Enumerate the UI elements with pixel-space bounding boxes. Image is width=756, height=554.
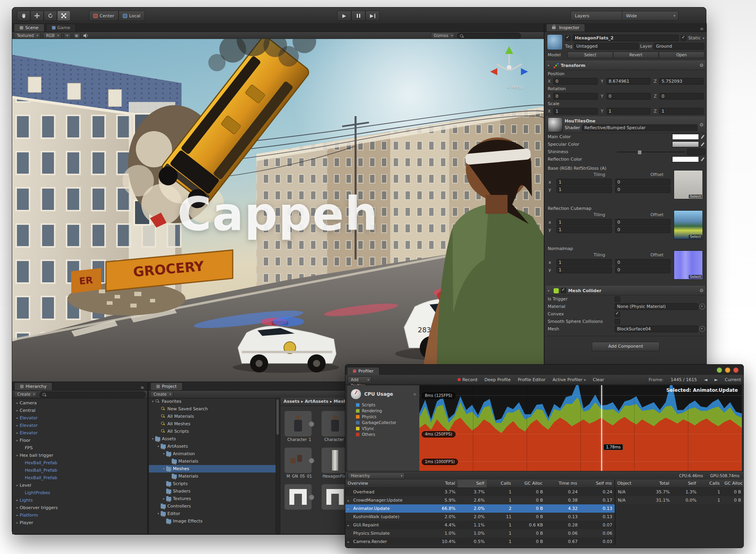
project-tree-item[interactable]: All Materials [149, 413, 276, 420]
map-thumbnail[interactable]: Select [674, 170, 703, 199]
cpu-usage-card[interactable]: CPU Usage × Scripts Rendering [347, 385, 420, 472]
project-tree-item[interactable]: ▾ Assets [149, 435, 276, 443]
project-tree-item[interactable]: All Meshes [149, 420, 276, 428]
hierarchy-create-dropdown[interactable]: Create [14, 391, 37, 398]
object-table-row[interactable]: N/A 31.1% 0.0% 1 0 B [615, 496, 743, 504]
shader-dropdown[interactable]: Reflective/Bumped Specular [582, 124, 697, 131]
static-checkbox[interactable] [681, 35, 686, 41]
layer-dropdown[interactable]: Ground [654, 43, 704, 50]
foldout-arrow-icon[interactable]: ▾ [548, 64, 552, 67]
rotation-y-field[interactable]: 0 [606, 93, 651, 100]
reflection-color-swatch[interactable] [672, 156, 699, 162]
physic-material-field[interactable]: None (Physic Material) [615, 303, 698, 310]
hierarchy-item[interactable]: ▸ Platform [13, 511, 147, 519]
col-total[interactable]: Total [428, 480, 458, 487]
gear-icon[interactable]: ⚙ [699, 63, 704, 68]
shininess-slider[interactable] [617, 152, 685, 152]
move-tool-button[interactable] [30, 11, 44, 21]
table-row[interactable]: Physics.Simulate 1.0% 1.0% 1 0 B 0.06 0.… [345, 529, 615, 537]
zoom-button[interactable] [725, 367, 730, 373]
map-thumbnail[interactable]: Select [674, 250, 703, 280]
close-button[interactable] [733, 367, 739, 373]
position-z-field[interactable]: 5.752093 [659, 78, 704, 85]
asset-thumbnail[interactable] [284, 447, 312, 473]
foldout-arrow-icon[interactable]: ▸ [15, 511, 20, 519]
project-tree-item[interactable]: Shaders [149, 487, 276, 495]
foldout-arrow-icon[interactable]: ▾ [548, 289, 552, 293]
tab-inspector[interactable]: Inspector [546, 24, 585, 31]
audio-toggle[interactable] [83, 33, 89, 39]
active-checkbox[interactable] [565, 35, 571, 41]
position-x-field[interactable]: 0 [553, 78, 598, 85]
col-gc-alloc[interactable]: GC Alloc [513, 480, 545, 487]
pivot-local-button[interactable]: Local [119, 11, 145, 21]
tab-project[interactable]: Project [150, 382, 183, 390]
asset-open-icon[interactable] [309, 458, 314, 463]
map-select-button[interactable]: Select [689, 275, 702, 279]
scene-viewport[interactable]: GROCERY ER [12, 39, 544, 382]
asset-item[interactable] [284, 484, 316, 511]
project-tree-item[interactable]: ▾ Meshes [149, 465, 276, 472]
asset-open-icon[interactable] [309, 421, 314, 427]
tag-dropdown[interactable]: Untagged [574, 43, 639, 50]
col-self-ms[interactable]: Self ms [580, 480, 614, 487]
prev-frame-button[interactable]: ◄ [700, 377, 711, 382]
hierarchy-item[interactable]: ▸ Central [13, 407, 147, 414]
foldout-arrow-icon[interactable]: ▸ [15, 437, 20, 444]
foldout-arrow-icon[interactable]: ▸ [15, 399, 20, 407]
eyedropper-icon[interactable] [700, 157, 705, 162]
specular-color-swatch[interactable] [672, 141, 699, 147]
hierarchy-item[interactable]: FPS [13, 444, 147, 452]
project-tree-item[interactable]: Image Effects [149, 517, 276, 525]
project-tree-item[interactable]: ▾ Favorites [149, 398, 276, 405]
foldout-arrow-icon[interactable]: ▸ [15, 407, 20, 414]
deep-profile-toggle[interactable]: Deep Profile [481, 377, 514, 382]
shininess-field[interactable] [687, 148, 705, 155]
table-row[interactable]: ▸Camera.Render 10.4% 0.5% 1 0 B 0.67 0.0… [345, 537, 615, 545]
foldout-arrow-icon[interactable]: ▾ [161, 465, 166, 472]
object-picker-icon[interactable] [699, 304, 705, 309]
hierarchy-search-input[interactable] [39, 391, 146, 398]
foldout-arrow-icon[interactable]: ▾ [161, 450, 166, 458]
lock-icon[interactable] [552, 26, 556, 29]
record-toggle[interactable]: Record [454, 377, 481, 382]
profile-editor-toggle[interactable]: Profile Editor [514, 377, 549, 382]
main-color-swatch[interactable] [672, 134, 699, 140]
persp-label[interactable]: < Persp [506, 85, 523, 90]
frame-cursor[interactable] [601, 385, 602, 471]
legend-item[interactable]: VSync [347, 426, 420, 432]
project-tree-item[interactable]: ▾ Editor [149, 510, 276, 517]
foldout-arrow-icon[interactable]: ▸ [15, 429, 20, 437]
object-picker-icon[interactable] [699, 326, 705, 332]
table-row[interactable]: ▸GUI.Repaint 4.4% 1.1% 1 0.6 KB 0.28 0.0… [345, 521, 615, 529]
tab-scene[interactable]: Scene [14, 24, 44, 31]
offset-y-field[interactable]: 0 [615, 267, 671, 273]
legend-item[interactable]: GarbageCollector [347, 420, 420, 426]
tab-game[interactable]: Game [46, 24, 76, 31]
hierarchy-item[interactable]: ▸ Elevator [13, 429, 147, 437]
hierarchy-item[interactable]: LightProbes [13, 489, 147, 497]
gear-icon[interactable]: ⚙ [699, 288, 704, 293]
col-object-gc[interactable]: GC Alloc [722, 480, 743, 487]
asset-thumbnail[interactable] [284, 411, 312, 437]
hierarchy-item[interactable]: HexBall_Prefab [13, 474, 147, 482]
hierarchy-item[interactable]: ▸ Level [13, 482, 147, 489]
project-create-dropdown[interactable]: Create [150, 391, 173, 398]
static-dropdown-caret[interactable]: ▾ [702, 36, 704, 40]
hierarchy-item[interactable]: ▸ Lights [13, 497, 147, 504]
legend-item[interactable]: Physics [347, 414, 420, 420]
tiling-y-field[interactable]: 1 [556, 226, 612, 233]
legend-item[interactable]: Scripts [347, 402, 420, 408]
foldout-arrow-icon[interactable]: ▸ [15, 504, 20, 511]
scene-search-input[interactable] [457, 33, 521, 39]
play-button[interactable]: ▶ [337, 11, 351, 21]
table-row[interactable]: KushimWalk (update) 2.0% 2.0% 11 0 B 0.1… [345, 513, 615, 521]
hierarchy-item[interactable]: HexBall_Prefab [13, 467, 147, 474]
scale-z-field[interactable]: 1 [659, 108, 704, 115]
hierarchy-item[interactable]: ▸ Elevator [13, 414, 147, 422]
pause-button[interactable] [351, 11, 365, 21]
foldout-arrow-icon[interactable]: ▾ [156, 510, 161, 517]
offset-x-field[interactable]: 0 [615, 179, 671, 185]
map-select-button[interactable]: Select [689, 235, 702, 239]
hierarchy-item[interactable]: ▸ Observer triggers [13, 504, 147, 511]
